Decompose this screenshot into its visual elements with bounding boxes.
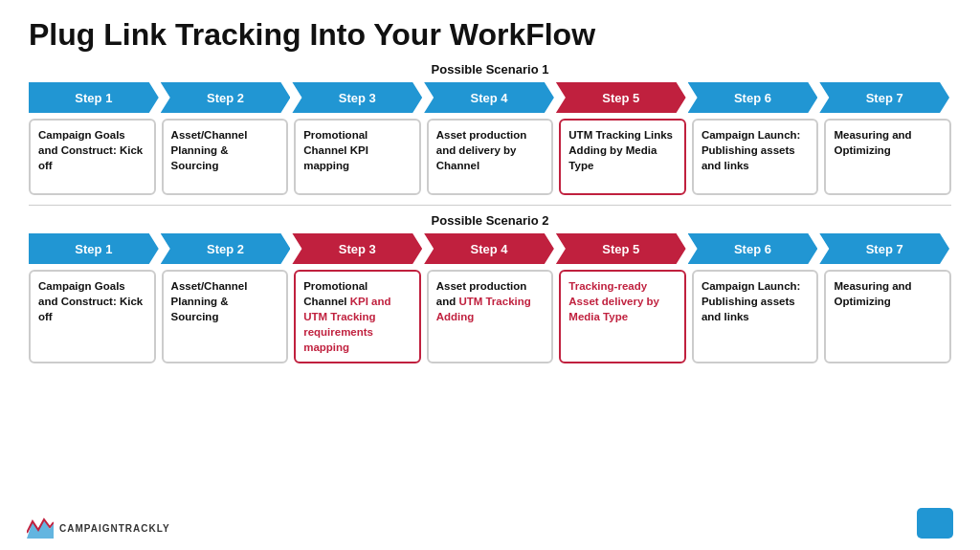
scenario2-step-1: Step 1: [29, 233, 159, 264]
scenario2-step-6: Step 6: [688, 233, 818, 264]
scenario2-label: Possible Scenario 2: [29, 213, 951, 228]
blue-button[interactable]: [917, 508, 953, 539]
scenario2-box-4: Asset production and UTM Tracking Adding: [427, 270, 554, 363]
scenario2-box-6: Campaign Launch: Publishing assets and l…: [692, 270, 819, 363]
scenario1-step-7: Step 7: [819, 82, 949, 113]
scenario1-box-1: Campaign Goals and Construct: Kick off: [29, 119, 156, 195]
scenario1-step-3: Step 3: [292, 82, 422, 113]
scenario1-box-7: Measuring and Optimizing: [824, 119, 951, 195]
scenario1-box-5: UTM Tracking Links Adding by Media Type: [559, 119, 686, 195]
scenario2-step-2: Step 2: [161, 233, 291, 264]
svg-marker-0: [27, 519, 54, 539]
logo-area: CAMPAIGNTRACKLY: [27, 517, 170, 539]
divider: [29, 205, 951, 206]
scenario1-box-6: Campaign Launch: Publishing assets and l…: [692, 119, 819, 195]
scenario1-step-5: Step 5: [556, 82, 686, 113]
scenario1-steps-row: Step 1Step 2Step 3Step 4Step 5Step 6Step…: [29, 82, 951, 113]
scenario1-boxes-row: Campaign Goals and Construct: Kick offAs…: [29, 119, 951, 195]
scenario2-box-5: Tracking-ready Asset delivery by Media T…: [559, 270, 686, 363]
scenario2-boxes-row: Campaign Goals and Construct: Kick offAs…: [29, 270, 951, 363]
scenario2-step-7: Step 7: [819, 233, 949, 264]
scenario1-step-1: Step 1: [29, 82, 159, 113]
scenario2-box-2: Asset/Channel Planning & Sourcing: [162, 270, 289, 363]
logo-text: CAMPAIGNTRACKLY: [59, 523, 170, 534]
scenario2-box-7: Measuring and Optimizing: [824, 270, 951, 363]
scenario1-box-4: Asset production and delivery by Channel: [427, 119, 554, 195]
scenario2-box-3: Promotional Channel KPI and UTM Tracking…: [294, 270, 421, 363]
scenario1-step-6: Step 6: [688, 82, 818, 113]
scenario1-step-4: Step 4: [424, 82, 554, 113]
page-title: Plug Link Tracking Into Your WorkFlow: [29, 17, 951, 53]
scenario1-step-2: Step 2: [161, 82, 291, 113]
scenario2-steps-row: Step 1Step 2Step 3Step 4Step 5Step 6Step…: [29, 233, 951, 264]
scenario1-box-2: Asset/Channel Planning & Sourcing: [162, 119, 289, 195]
scenario1-label: Possible Scenario 1: [29, 62, 951, 77]
scenario2-step-5: Step 5: [556, 233, 686, 264]
scenario2-box-1: Campaign Goals and Construct: Kick off: [29, 270, 156, 363]
logo-icon: [27, 517, 54, 539]
main-container: Plug Link Tracking Into Your WorkFlow Po…: [0, 0, 980, 550]
scenario2-step-4: Step 4: [424, 233, 554, 264]
scenario1-box-3: Promotional Channel KPI mapping: [294, 119, 421, 195]
scenario2-step-3: Step 3: [292, 233, 422, 264]
